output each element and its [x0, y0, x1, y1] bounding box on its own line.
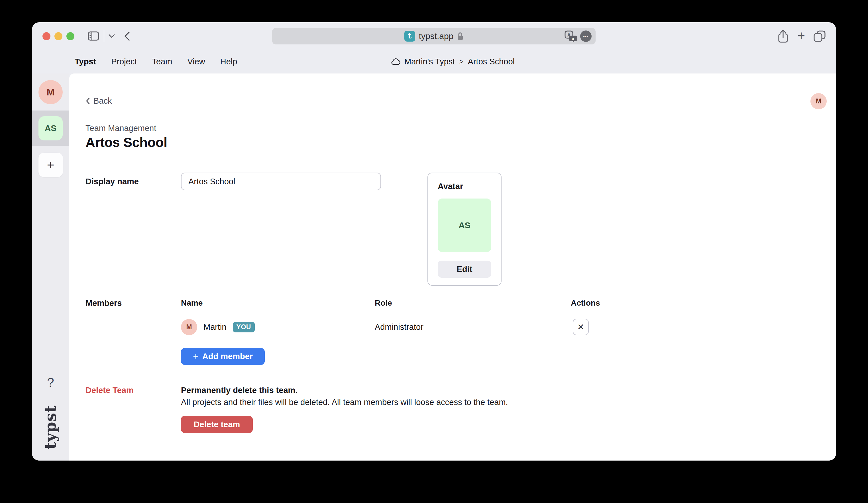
site-favicon: t: [404, 31, 415, 42]
browser-toolbar: t typst.app A a •••: [32, 22, 836, 50]
cloud-icon: [391, 58, 401, 65]
avatar-card-title: Avatar: [438, 182, 491, 191]
sidebar-toggle-icon[interactable]: [88, 31, 99, 41]
add-member-button[interactable]: + Add member: [181, 348, 265, 365]
column-header-role: Role: [375, 298, 392, 307]
you-badge: YOU: [233, 322, 255, 332]
toolbar-right-group: +: [777, 22, 826, 50]
breadcrumb: Martin's Typst > Artos School: [391, 50, 515, 73]
members-label: Members: [85, 298, 122, 308]
new-tab-icon[interactable]: +: [797, 29, 805, 43]
url-text: typst.app: [419, 31, 454, 41]
address-bar[interactable]: t typst.app A a •••: [272, 28, 596, 44]
section-label: Team Management: [85, 124, 156, 133]
sidebar-selected-band: AS: [32, 111, 69, 146]
menu-items: Typst Project Team View Help: [75, 50, 237, 73]
close-window-button[interactable]: [42, 32, 50, 40]
minimize-window-button[interactable]: [54, 32, 62, 40]
column-header-actions: Actions: [571, 298, 600, 307]
toolbar-divider: [104, 30, 104, 42]
table-divider: [181, 313, 764, 313]
edit-avatar-button[interactable]: Edit: [438, 261, 491, 278]
menu-typst[interactable]: Typst: [75, 57, 96, 66]
menu-help[interactable]: Help: [220, 57, 237, 66]
avatar-card: Avatar AS Edit: [427, 172, 502, 286]
user-avatar[interactable]: M: [810, 93, 827, 109]
toolbar-nav-group: [88, 22, 131, 50]
share-icon[interactable]: [777, 29, 789, 43]
breadcrumb-workspace[interactable]: Martin's Typst: [404, 57, 455, 66]
sidebar-item-team[interactable]: AS: [39, 116, 63, 140]
breadcrumb-separator: >: [458, 57, 464, 66]
remove-member-button[interactable]: ✕: [573, 319, 589, 335]
zoom-window-button[interactable]: [66, 32, 74, 40]
delete-team-description: All projects and their files will be del…: [181, 398, 508, 407]
tab-overview-icon[interactable]: [813, 30, 826, 42]
delete-team-label: Delete Team: [85, 386, 134, 395]
back-button[interactable]: Back: [85, 96, 112, 106]
address-bar-right-group: A a •••: [564, 28, 592, 44]
lock-icon: [457, 32, 463, 40]
team-avatar-preview: AS: [438, 199, 491, 252]
menu-view[interactable]: View: [187, 57, 205, 66]
svg-text:a: a: [572, 36, 574, 41]
menu-team[interactable]: Team: [152, 57, 172, 66]
menu-project[interactable]: Project: [111, 57, 137, 66]
member-role: Administrator: [375, 319, 423, 335]
chevron-down-icon[interactable]: [108, 34, 115, 38]
page-settings-icon[interactable]: •••: [580, 31, 592, 42]
workspace-sidebar: M AS + ? typst: [32, 73, 69, 461]
help-icon[interactable]: ?: [47, 376, 54, 389]
chevron-left-icon: [85, 97, 90, 105]
column-header-name: Name: [181, 298, 203, 307]
browser-window: t typst.app A a •••: [32, 22, 836, 461]
browser-back-icon[interactable]: [124, 31, 131, 41]
display-name-input[interactable]: [181, 172, 381, 190]
member-avatar: M: [181, 319, 197, 335]
display-name-label: Display name: [85, 172, 139, 190]
breadcrumb-current[interactable]: Artos School: [468, 57, 515, 66]
traffic-lights: [42, 22, 74, 50]
close-icon: ✕: [577, 322, 584, 332]
typst-logo: typst: [32, 400, 73, 454]
page-title: Artos School: [85, 134, 167, 150]
back-label: Back: [93, 96, 112, 106]
translate-icon[interactable]: A a: [564, 30, 578, 42]
table-row: M Martin YOU: [181, 319, 255, 335]
add-member-label: Add member: [202, 352, 253, 361]
plus-icon: +: [193, 351, 199, 362]
delete-team-button[interactable]: Delete team: [181, 416, 253, 433]
delete-team-heading: Permanently delete this team.: [181, 386, 298, 395]
sidebar-item-user[interactable]: M: [39, 80, 63, 104]
app-menubar: Typst Project Team View Help Martin's Ty…: [32, 50, 836, 73]
member-name: Martin: [204, 322, 227, 332]
main-content: Back M Team Management Artos School Disp…: [69, 73, 836, 461]
add-workspace-button[interactable]: +: [39, 153, 63, 177]
